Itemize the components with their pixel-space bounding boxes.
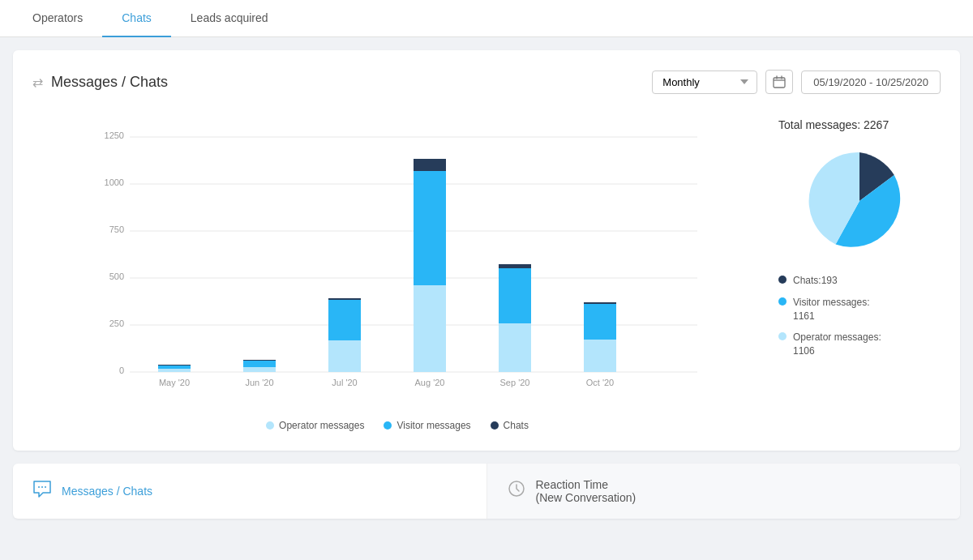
card-title: ⇄ Messages / Chats — [32, 74, 652, 91]
period-select[interactable]: Monthly Daily Weekly Yearly — [652, 71, 757, 94]
svg-rect-21 — [328, 340, 361, 372]
svg-rect-29 — [499, 323, 531, 372]
svg-text:250: 250 — [109, 318, 124, 328]
bar-chart: 0 250 500 750 1000 1250 — [32, 110, 762, 410]
tab-leads-acquired[interactable]: Leads acquired — [171, 0, 288, 37]
pie-chats-dot — [778, 276, 787, 284]
pie-legend-visitor: Visitor messages:1161 — [778, 296, 941, 323]
visitor-dot — [384, 421, 392, 430]
date-range: 05/19/2020 - 10/25/2020 — [801, 71, 941, 94]
svg-point-37 — [38, 486, 40, 488]
svg-text:Sep '20: Sep '20 — [500, 378, 530, 387]
total-messages: Total messages: 2267 — [778, 118, 889, 131]
svg-rect-26 — [414, 171, 446, 285]
legend-chats-label: Chats — [504, 420, 529, 431]
bottom-bar: Messages / Chats Reaction Time (New Conv… — [13, 464, 960, 519]
bottom-item-reaction-label: Reaction Time (New Conversation) — [536, 478, 637, 504]
bar-sep: Sep '20 — [499, 264, 531, 387]
svg-text:1250: 1250 — [105, 130, 124, 140]
tab-chats[interactable]: Chats — [102, 0, 171, 37]
svg-rect-19 — [243, 360, 276, 361]
chart-area: 0 250 500 750 1000 1250 — [32, 110, 941, 431]
svg-rect-35 — [584, 302, 616, 304]
chart-svg-wrap: 0 250 500 750 1000 1250 — [32, 110, 762, 410]
svg-rect-18 — [243, 361, 276, 367]
pie-visitor-label: Visitor messages:1161 — [793, 296, 869, 323]
svg-rect-15 — [158, 365, 191, 365]
svg-text:0: 0 — [119, 365, 124, 375]
chart-container: 0 250 500 750 1000 1250 — [32, 110, 762, 431]
svg-rect-25 — [414, 285, 446, 372]
tabs-bar: Operators Chats Leads acquired — [0, 0, 973, 37]
legend-visitor-label: Visitor messages — [396, 420, 470, 431]
svg-text:Oct '20: Oct '20 — [586, 378, 615, 387]
svg-rect-17 — [243, 367, 276, 372]
pie-legend: Chats:193 Visitor messages:1161 Operator… — [778, 274, 941, 366]
pie-operator-dot — [778, 332, 787, 340]
legend-operator-label: Operator messages — [279, 420, 364, 431]
controls: Monthly Daily Weekly Yearly 05/19/2020 -… — [652, 70, 941, 94]
legend-operator: Operator messages — [266, 420, 364, 431]
svg-text:750: 750 — [109, 224, 124, 234]
svg-rect-34 — [584, 304, 616, 340]
bar-aug: Aug '20 — [414, 159, 446, 387]
pie-chart-container — [803, 144, 916, 258]
bar-oct: Oct '20 — [584, 302, 616, 387]
clock-icon — [507, 479, 526, 503]
svg-text:Jul '20: Jul '20 — [332, 378, 357, 387]
calendar-icon — [773, 75, 786, 88]
messages-chats-card: ⇄ Messages / Chats Monthly Daily Weekly … — [13, 50, 960, 451]
svg-rect-0 — [774, 78, 785, 88]
card-title-text: Messages / Chats — [51, 74, 168, 91]
svg-text:500: 500 — [109, 271, 124, 281]
svg-text:Jun '20: Jun '20 — [245, 378, 273, 387]
bottom-item-messages-label: Messages / Chats — [62, 485, 152, 498]
tab-operators[interactable]: Operators — [13, 0, 102, 37]
pie-legend-chats: Chats:193 — [778, 274, 941, 288]
bottom-item-messages[interactable]: Messages / Chats — [13, 464, 487, 519]
svg-rect-13 — [158, 369, 191, 372]
pie-chart — [803, 144, 916, 258]
bar-jun: Jun '20 — [243, 360, 276, 387]
svg-rect-30 — [499, 268, 531, 323]
svg-rect-23 — [328, 298, 361, 300]
legend-chats: Chats — [491, 420, 529, 431]
operator-dot — [266, 421, 274, 430]
svg-point-38 — [41, 486, 43, 488]
card-header: ⇄ Messages / Chats Monthly Daily Weekly … — [32, 70, 941, 94]
calendar-button[interactable] — [765, 70, 793, 94]
right-panel: Total messages: 2267 — [778, 110, 941, 431]
svg-rect-33 — [584, 340, 616, 372]
svg-text:May '20: May '20 — [159, 378, 190, 387]
svg-text:1000: 1000 — [105, 177, 124, 187]
legend-visitor: Visitor messages — [384, 420, 470, 431]
svg-rect-22 — [328, 300, 361, 340]
pie-chats-label: Chats:193 — [793, 274, 838, 288]
bar-jul: Jul '20 — [328, 298, 361, 387]
pie-operator-label: Operator messages:1106 — [793, 331, 881, 358]
pie-visitor-dot — [778, 297, 787, 306]
shuffle-icon: ⇄ — [32, 75, 43, 90]
pie-legend-operator: Operator messages:1106 — [778, 331, 941, 358]
chart-legend: Operator messages Visitor messages Chats — [32, 420, 762, 431]
chats-dot — [491, 421, 499, 430]
chat-bubble-icon — [32, 480, 52, 502]
bar-may: May '20 — [158, 365, 191, 387]
svg-rect-31 — [499, 264, 531, 268]
svg-text:Aug '20: Aug '20 — [415, 378, 445, 387]
svg-rect-27 — [414, 159, 446, 171]
svg-point-39 — [45, 486, 46, 488]
bottom-item-reaction[interactable]: Reaction Time (New Conversation) — [487, 464, 961, 519]
main-content: ⇄ Messages / Chats Monthly Daily Weekly … — [0, 37, 973, 532]
svg-rect-14 — [158, 365, 191, 369]
